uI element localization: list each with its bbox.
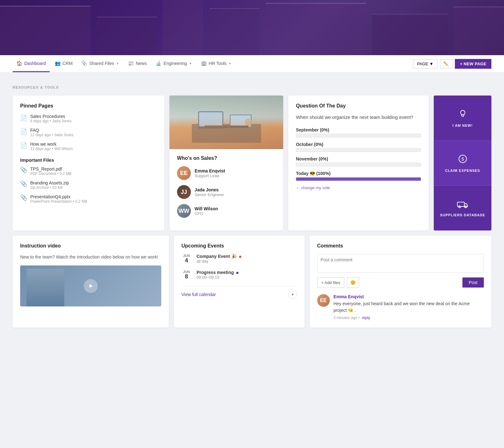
list-item: WW Will Wilson CFO [177,204,276,218]
attachment-icon: 📎 [20,166,27,173]
page-label: PAGE [417,61,428,66]
list-item: 📄 How we work 12 days ago • Will Wilson [20,142,157,151]
page-button[interactable]: PAGE ▼ [413,59,438,68]
list-item: JJ Jada Jones Senior Engineer [177,185,276,199]
view-calendar-label: View full calendar [181,292,216,297]
sales-title: Who's on Sales? [177,155,276,161]
poll-item-today: Today 😎 (100%) [296,171,421,181]
suppliers-database-button[interactable]: SUPPLIERS DATABASE [434,186,491,230]
navigation: 🏠 Dashboard 👥 CRM 📎 Shared Files ▼ 📰 New… [0,55,504,73]
i-am-new-label: I AM NEW! [452,124,472,127]
people-list: EE Emma Enqvist Support Lead JJ Jada Jon… [177,166,276,218]
file-name[interactable]: TPS_Report.pdf [30,166,72,172]
nav-item-dashboard[interactable]: 🏠 Dashboard [13,55,50,72]
list-item: JUN 8 Progress meeting 09:00–09:15 [181,270,297,280]
person-name: Jada Jones [195,187,224,192]
comment-author: Emma Enqvist [334,294,484,299]
file-name[interactable]: Branding Assets.zip [30,180,69,185]
claim-expenses-button[interactable]: $ CLAIM EXPENSES [434,141,491,186]
file-meta: PDF Document • 0.2 MB [30,172,72,176]
desk-illustration [189,99,264,146]
list-item: 📄 Sales Procedures 8 days ago • Jada Jon… [20,114,157,123]
change-vote-link[interactable]: ← change my vote [296,185,421,190]
sales-card: Who's on Sales? EE Emma Enqvist Support … [169,96,284,230]
avatar: EE [177,166,191,180]
comment-toolbar: + Add files 🙂 Post [317,277,484,288]
svg-rect-6 [204,125,249,128]
video-description: New to the team? Watch the introduction … [20,254,161,260]
nav-label-news: News [136,61,147,66]
list-item: 📎 Branding Assets.zip Zip Archive • 53 K… [20,180,157,190]
pinned-pages-list: 📄 Sales Procedures 8 days ago • Jada Jon… [20,114,157,151]
comments-card: Comments + Add files 🙂 Post EE Emma Enqv… [310,236,491,328]
i-am-new-button[interactable]: I AM NEW! [434,96,491,141]
comment-text: Hey everyone, just heard back and we won… [334,300,484,314]
sales-body: Who's on Sales? EE Emma Enqvist Support … [169,149,284,230]
section-label: RESOURCES & TOOLS [13,85,491,89]
video-thumbnail[interactable] [20,265,161,306]
events-card: Upcoming Events JUN 4 Company Event 🎉 al… [174,236,305,328]
add-files-label: + Add files [321,280,340,285]
comment-timestamp: 3 minutes ago [334,316,357,320]
svg-marker-14 [89,284,93,288]
event-date: JUN 4 [181,254,192,263]
nav-item-engineering[interactable]: 🔬 Engineering ▼ [152,55,196,72]
lightbulb-icon [458,109,468,121]
shared-files-icon: 📎 [81,61,87,66]
poll-bar-bg [296,163,421,166]
video-person [26,269,64,306]
suppliers-database-label: SUPPLIERS DATABASE [440,213,485,217]
page-chevron-icon: ▼ [429,61,433,66]
question-card: Question Of The Day When should we organ… [288,96,429,230]
nav-label-shared-files: Shared Files [89,61,114,66]
reply-link[interactable]: reply [362,316,370,320]
emoji-button[interactable]: 🙂 [347,277,359,288]
crm-icon: 👥 [55,61,61,66]
svg-point-7 [461,110,465,115]
poll-item-november: November (0%) [296,156,421,166]
nav-item-shared-files[interactable]: 📎 Shared Files ▼ [77,55,123,72]
nav-item-crm[interactable]: 👥 CRM [51,55,77,72]
edit-button[interactable]: ✏️ [440,59,452,68]
nav-label-hr: HR Tools [209,61,227,66]
events-list: JUN 4 Company Event 🎉 all day JUN [181,254,297,280]
view-calendar-link[interactable]: View full calendar ▾ [181,286,297,299]
poll-label: October (0%) [296,142,421,147]
page-name[interactable]: How we work [30,142,73,147]
nav-label-crm: CRM [63,61,73,66]
banner [0,0,504,55]
person-role: Senior Engineer [195,192,224,197]
page-name[interactable]: Sales Procedures [30,114,72,119]
person-name: Will Wilson [195,206,218,211]
nav-item-news[interactable]: 📰 News [124,55,151,72]
person-role: Support Lead [195,173,225,178]
chevron-down-icon[interactable]: ▾ [288,290,297,299]
add-files-button[interactable]: + Add files [317,277,344,288]
poll-bar-bg [296,177,421,181]
poll-bar-fill [296,177,421,181]
avatar: JJ [177,185,191,199]
page-name[interactable]: FAQ [30,128,74,133]
file-name[interactable]: PresentationQ4.pptx [30,194,87,199]
nav-label-dashboard: Dashboard [24,61,46,66]
list-item: 📄 FAQ 12 days ago • Jada Jones [20,128,157,137]
event-time: 09:00–09:15 [197,275,238,280]
chevron-down-icon-3: ▼ [228,62,232,65]
new-page-button[interactable]: + NEW PAGE [455,59,491,69]
play-icon[interactable] [84,279,98,293]
list-item: 📎 TPS_Report.pdf PDF Document • 0.2 MB [20,166,157,176]
nav-item-hr-tools[interactable]: 🏢 HR Tools ▼ [197,55,235,72]
event-day: 4 [181,258,192,263]
event-date: JUN 8 [181,270,192,279]
poll-item-september: September (0%) [296,127,421,137]
svg-rect-11 [457,202,464,207]
video-title: Instruction video [20,243,161,249]
comment-input[interactable] [317,254,484,273]
comment-entry: EE Emma Enqvist Hey everyone, just heard… [317,294,484,320]
important-files-title: Important Files [20,157,157,163]
page-meta: 12 days ago • Jada Jones [30,133,74,137]
action-buttons: I AM NEW! $ CLAIM EXPENSES SUPPLIERS DAT… [434,96,491,230]
post-button[interactable]: Post [462,277,484,288]
dollar-icon: $ [458,154,468,166]
poll-bar-bg [296,148,421,152]
